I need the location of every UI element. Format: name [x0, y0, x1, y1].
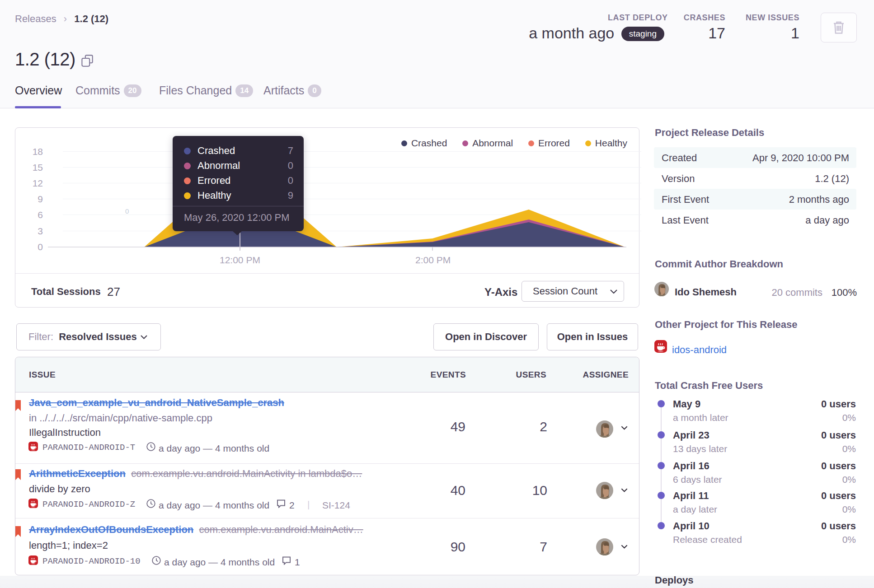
svg-text:0: 0 [125, 207, 129, 215]
